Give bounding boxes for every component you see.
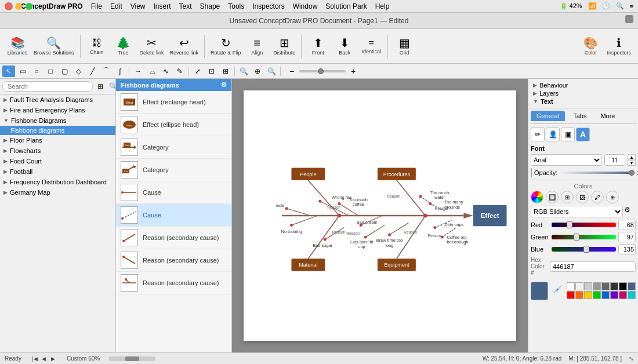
zoom-in-tool[interactable]: 🔍 [237,65,250,77]
freehand-tool[interactable]: ✎ [173,65,186,77]
scale-tool[interactable]: ⊞ [219,65,232,77]
sidebar-grid-view[interactable]: ⊞ [95,81,106,92]
bezier-tool[interactable]: ⌓ [146,65,158,77]
swatch-orange[interactable] [575,291,583,299]
shape-cause-1[interactable]: Cause [116,181,231,204]
scroll-thumb[interactable] [125,356,139,361]
menu-view[interactable]: View [130,2,146,10]
person-tool-btn[interactable]: 👤 [546,128,560,141]
green-slider-thumb[interactable] [574,234,579,241]
swatch-black[interactable] [619,282,627,290]
green-value-input[interactable] [618,232,636,242]
inspectors-button[interactable]: ℹ Inspectors [604,31,633,61]
color-button[interactable]: 🎨 Color [578,31,603,61]
color-mode-select[interactable]: RGB Sliders [531,206,623,217]
rgb-settings-icon[interactable]: ⚙ [624,206,636,217]
spline-tool[interactable]: ∿ [160,65,172,77]
menu-shape[interactable]: Shape [200,2,220,10]
menu-text[interactable]: Text [179,2,192,10]
swatch-current[interactable] [628,282,636,290]
zoom-in-btn[interactable]: + [347,65,360,77]
scroll-bar[interactable] [109,356,155,361]
grid-button[interactable]: ▦ Grid [392,31,417,61]
resize-handle[interactable]: ⤡ [629,355,633,362]
shape-reason-2[interactable]: Reason (secondary cause) [116,249,231,272]
sidebar-item-frequency[interactable]: ▶ Frequency Distribution Dashboard [0,177,115,187]
color-custom-btn[interactable]: ⊕ [606,191,619,203]
opacity-slider[interactable] [560,172,635,174]
green-slider-track[interactable] [552,235,616,239]
sidebar-item-germany-map[interactable]: ▶ Germany Map [0,187,115,198]
swatch-pink[interactable] [619,291,627,299]
canvas-page[interactable]: Effect People Procedures Material Equipm… [244,90,516,341]
identical-button[interactable]: = Identical [358,31,384,61]
hand-tool[interactable]: ▭ [16,65,29,77]
shape-reason-1[interactable]: Reason (secondary cause) [116,227,231,249]
rounded-rect-tool[interactable]: ▢ [58,65,71,77]
blue-value-input[interactable] [618,244,636,254]
arc-tool[interactable]: ∫ [114,65,126,77]
menu-edit[interactable]: Edit [110,2,122,10]
color-grid-btn[interactable]: ⊞ [561,191,574,203]
chain-button[interactable]: ⛓ Chain [84,31,110,61]
tree-item-layers[interactable]: ▶ Layers [533,89,633,97]
page-prev-btn[interactable]: ◀ [40,355,48,363]
color-preview-swatch[interactable] [531,282,548,300]
minimize-button[interactable] [15,3,22,10]
sidebar-item-football[interactable]: ▶ Football [0,166,115,177]
diamond-tool[interactable]: ◇ [72,65,85,77]
zoom-slider[interactable] [299,70,346,72]
menu-icon[interactable]: ≡ [630,3,633,10]
line-tool[interactable]: ╱ [86,65,99,77]
font-size-input[interactable] [604,154,625,166]
sidebar-item-fault-tree[interactable]: ▶ Fault Tree Analysis Diagrams [0,94,115,105]
sidebar-search-icon[interactable]: 🔍 [108,81,116,92]
sidebar-item-food-court[interactable]: ▶ Food Court [0,156,115,166]
layout-btn[interactable] [625,15,633,23]
front-button[interactable]: ⬆ Front [305,31,331,61]
tree-button[interactable]: 🌲 Tree [111,31,136,61]
shape-cause-2[interactable]: Cause [116,204,231,227]
swatch-darker-gray[interactable] [610,282,618,290]
sidebar-subitem-fishbone[interactable]: Fishbone diagrams [0,126,115,135]
back-button[interactable]: ⬇ Back [332,31,357,61]
swatch-yellow[interactable] [584,291,592,299]
shape-panel-settings-icon[interactable]: ⚙ [221,81,227,89]
browse-solutions-button[interactable]: 🔍 Browse Solutions [31,31,77,61]
color-crayons-btn[interactable]: 🖍 [591,191,604,203]
zoom-out-btn[interactable]: − [285,65,298,77]
libraries-button[interactable]: 📚 Libraries [5,31,30,61]
shape-category-2[interactable]: Cat Category [116,159,231,181]
ellipse-tool[interactable]: ○ [30,65,43,77]
blue-slider-track[interactable] [552,247,616,252]
pen-tool-btn[interactable]: ✏ [531,128,545,141]
text-tool-btn[interactable]: A [576,128,590,141]
shape-effect-rect[interactable]: Effect Effect (rectange head) [116,91,231,114]
swatch-blue[interactable] [601,291,610,299]
color-wheel-btn[interactable] [531,191,543,203]
sidebar-item-fire-emergency[interactable]: ▶ Fire and Emergency Plans [0,105,115,115]
search-menu-icon[interactable]: 🔍 [616,2,624,10]
tab-general[interactable]: General [531,111,565,121]
connector-tool[interactable]: → [132,65,144,77]
menu-solutionpark[interactable]: Solution Park [325,2,367,10]
swatch-light-gray[interactable] [575,282,583,290]
menu-window[interactable]: Window [293,2,318,10]
zoom-tool[interactable]: 🔍 [265,65,278,77]
hex-value-input[interactable] [550,261,636,272]
delete-link-button[interactable]: ✂ Delete link [137,31,166,61]
swatch-cyan[interactable] [628,291,636,299]
menu-insert[interactable]: Insert [154,2,171,10]
rotate-flip-button[interactable]: ↻ Rotate & Flip [208,31,243,61]
pointer-tool[interactable]: ↖ [2,65,15,77]
diagram-canvas[interactable]: Effect People Procedures Material Equipm… [244,90,516,341]
tab-more[interactable]: More [594,111,621,121]
font-size-stepper[interactable]: ▲ ▼ [628,154,636,166]
swatch-white[interactable] [567,282,575,290]
tree-item-behaviour[interactable]: ▶ Behaviour [533,81,633,89]
shape-effect-ellipse[interactable]: Effect Effect (ellipse head) [116,114,231,136]
rect-tool[interactable]: □ [44,65,57,77]
tree-item-text[interactable]: ▼ Text [533,97,633,105]
sidebar-item-flowcharts[interactable]: ▶ Flowcharts [0,145,115,156]
swatch-red[interactable] [567,291,575,299]
